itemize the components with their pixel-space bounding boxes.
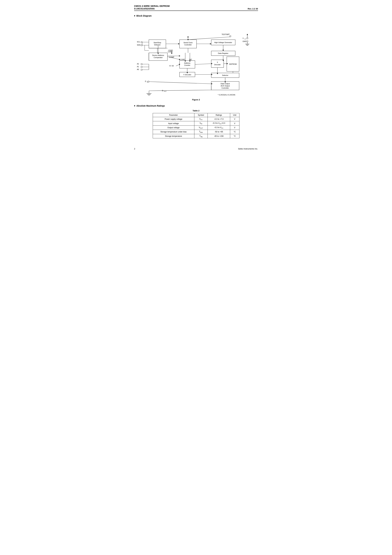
svg-marker-35: [211, 63, 212, 64]
svg-rect-71: [230, 36, 231, 37]
svg-marker-84: [189, 61, 190, 62]
start-stop-label2: Detector: [154, 44, 161, 46]
document-rev: Rev. 2.2 30: [248, 7, 258, 10]
vcc-text: V: [243, 37, 244, 39]
controller-label: Controller: [221, 87, 229, 89]
a0-label: A0: [137, 68, 139, 70]
svg-rect-46: [141, 64, 142, 65]
sym-input: VIN: [194, 121, 208, 125]
col-parameter: Parameter: [153, 113, 194, 117]
x-decoder-label2: Decoder: [214, 64, 221, 66]
vcc-sub: CC: [244, 38, 246, 40]
page-header: CMOS 2-WIRE SERIAL EEPROM S-24C01A/02A/0…: [134, 5, 258, 11]
header-title-block: CMOS 2-WIRE SERIAL EEPROM S-24C01A/02A/0…: [134, 5, 170, 10]
unit-storage: °C: [230, 134, 239, 138]
svg-marker-19: [225, 81, 226, 83]
svg-marker-33: [187, 72, 188, 73]
unit-output: V: [230, 125, 239, 130]
sym-storage: Tstg: [194, 134, 208, 138]
rat-storage-bias: -50 to +95: [208, 130, 230, 134]
svg-marker-82: [185, 61, 186, 62]
param-power: Power supply voltage: [153, 117, 194, 121]
device-addr-label: Device Address: [152, 54, 164, 56]
svg-line-55: [149, 82, 211, 84]
col-unit: Unit: [230, 113, 239, 117]
a1-label: A1: [137, 66, 139, 67]
svg-rect-2: [141, 45, 142, 46]
din-label: D: [145, 80, 146, 82]
block-diagram-section-header: Block Diagram: [134, 15, 258, 17]
section-title-block-diagram: Block Diagram: [137, 15, 152, 17]
scl-label: SCL: [137, 41, 140, 43]
start-stop-label: Start/Stop: [153, 42, 161, 44]
sym-output: VOUT: [194, 125, 208, 130]
svg-rect-0: [141, 42, 142, 43]
param-input: Input voltage: [153, 121, 194, 125]
dout-sub-label: OUT: [164, 91, 167, 92]
din-sub-label: IN: [147, 81, 148, 83]
svg-line-57: [149, 90, 211, 91]
document-title-main: CMOS 2-WIRE SERIAL EEPROM: [134, 5, 170, 7]
ratings-table: Parameter Symbol Ratings Unit Power supp…: [153, 113, 240, 138]
table-title: Table 2: [134, 110, 258, 112]
table-row: Input voltage VIN -0.3 to VCC+0.3 V: [153, 121, 239, 125]
svg-marker-9: [210, 43, 211, 44]
a2-label: A2: [137, 63, 139, 65]
svg-line-72: [188, 37, 230, 40]
load-inc-label: LOAD: [180, 58, 185, 60]
table-row: Storage temperature Tstg -65 to +150 °C: [153, 134, 239, 138]
unit-storage-bias: °C: [230, 130, 239, 134]
rat-input: -0.3 to VCC+0.3: [208, 121, 230, 125]
load2-label: LOAD: [168, 49, 173, 51]
svg-rect-66: [247, 41, 248, 42]
page-footer: 2 Seiko Instruments Inc.: [134, 148, 258, 150]
rat-storage: -65 to +150: [208, 134, 230, 138]
col-symbol: Symbol: [194, 113, 208, 117]
sym-power: VCC: [194, 117, 208, 121]
svg-marker-75: [187, 36, 189, 37]
section-title-abs-max: Absolute Maximum Ratings: [137, 105, 165, 107]
svg-rect-50: [141, 69, 142, 70]
rat-output: -0.3 to VCC: [208, 125, 230, 130]
address-counter-label2: Counter: [184, 64, 190, 66]
comp-label: COMP: [169, 56, 174, 58]
svg-marker-65: [247, 34, 248, 35]
param-storage: Storage temperature: [153, 134, 194, 138]
document-title-sub: S-24C01A/02A/04A: [134, 7, 170, 10]
serial-clock-label: Serial Clock: [183, 42, 193, 44]
unit-power: V: [230, 117, 239, 121]
high-voltage-label: High-Voltage Generator: [214, 42, 232, 43]
svg-marker-23: [227, 63, 228, 64]
param-output: Output voltage: [153, 125, 194, 130]
svg-rect-48: [141, 66, 142, 67]
svg-marker-43: [179, 59, 180, 60]
device-addr-label2: Comparator: [153, 57, 162, 58]
unit-input: V: [230, 121, 239, 125]
address-counter-label: Address: [184, 62, 190, 64]
eeprom-label: EEPROM: [229, 63, 237, 65]
x-decoder-label: X: [217, 61, 218, 63]
test-wp-label: TEST/WP*: [222, 33, 230, 35]
svg-marker-41: [171, 53, 172, 54]
block-diagram: SCL SDA Start/Stop Detector Serial Clock…: [134, 20, 261, 97]
param-storage-bias: Storage temperature under bias: [153, 130, 194, 134]
footnote-text: * S-24C02A or S-24C04A: [218, 94, 235, 96]
sym-storage-bias: Tbias: [194, 130, 208, 134]
data-register-label: Data Register: [218, 52, 228, 54]
inc-label: INC: [189, 58, 192, 60]
gnd-text: GND: [243, 40, 247, 42]
figure-caption: Figure 2: [134, 99, 258, 101]
table-row: Storage temperature under bias Tbias -50…: [153, 130, 239, 134]
sda-label: SDA: [137, 44, 140, 46]
table-row: Output voltage VOUT -0.3 to VCC V: [153, 125, 239, 130]
svg-marker-37: [158, 53, 159, 54]
rat-power: -0.3 to +7.0: [208, 117, 230, 121]
ack-output-label: ACK Output: [221, 85, 230, 87]
y-decoder-label: Y Decoder: [183, 74, 191, 76]
svg-marker-56: [211, 83, 212, 84]
data-output-label: Data Output: [221, 83, 230, 85]
svg-marker-6: [178, 43, 180, 44]
svg-line-34: [195, 64, 211, 65]
col-ratings: Ratings: [208, 113, 230, 117]
svg-line-44: [176, 65, 180, 66]
